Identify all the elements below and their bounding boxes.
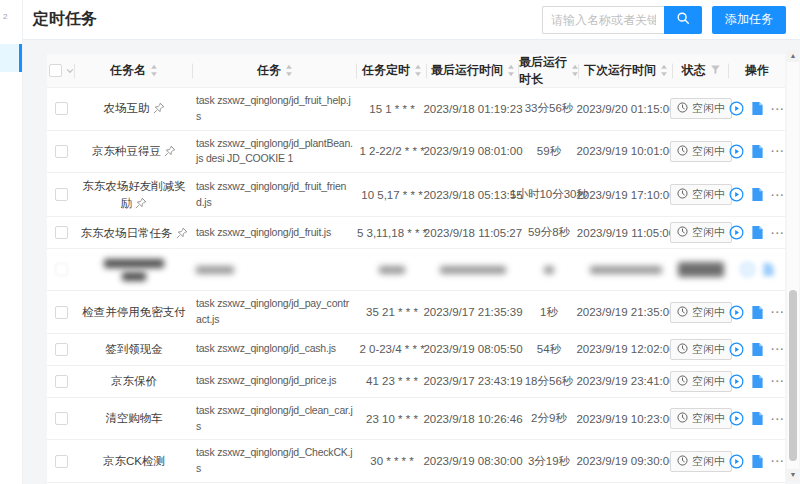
row-checkbox[interactable]	[55, 102, 68, 115]
view-log-button[interactable]	[751, 342, 764, 357]
status-label: 空闲中	[692, 305, 725, 320]
view-log-button[interactable]	[751, 101, 764, 116]
table-row: 检查并停用免密支付 task zsxwz_qinglong/jd_pay_con…	[47, 291, 785, 334]
next-run-time: 2023/9/19 12:02:00	[576, 343, 675, 355]
last-run-duration: 59秒	[537, 144, 561, 159]
sidebar-item-cron-selected[interactable]	[0, 44, 22, 72]
run-task-button[interactable]	[729, 101, 744, 116]
select-all-checkbox[interactable]	[49, 64, 62, 77]
search-button[interactable]	[664, 6, 702, 34]
task-command: task zsxwz_qinglong/jd_price.js	[196, 373, 336, 389]
clock-icon	[677, 455, 688, 468]
more-actions-button[interactable]: ···	[771, 455, 785, 467]
run-task-button[interactable]	[729, 187, 744, 202]
status-label: 空闲中	[692, 374, 725, 389]
more-actions-button[interactable]: ···	[771, 343, 785, 355]
row-checkbox[interactable]	[55, 455, 68, 468]
column-header-schedule[interactable]: 任务定时	[357, 54, 427, 87]
search-box	[542, 6, 702, 34]
last-run-duration: 2分9秒	[531, 411, 567, 426]
run-task-button[interactable]	[729, 225, 744, 240]
run-task-button[interactable]	[740, 262, 755, 277]
task-cron-schedule: 2 0-23/4 * * *	[359, 343, 424, 355]
table-body: 农场互助 task zsxwz_qinglong/jd_fruit_help.j…	[47, 88, 785, 484]
more-actions-button[interactable]: ···	[771, 145, 785, 157]
task-name: 京东保价	[111, 375, 157, 387]
run-task-button[interactable]	[729, 305, 744, 320]
more-actions-button[interactable]: ···	[771, 306, 785, 318]
column-header-next-run-time[interactable]: 下次运行时间	[579, 54, 673, 87]
scrollbar-thumb[interactable]	[789, 290, 797, 461]
view-log-button[interactable]	[751, 411, 764, 426]
more-actions-button[interactable]: ···	[771, 413, 785, 425]
column-header-status[interactable]: 状态	[673, 54, 729, 87]
task-command: task zsxwz_qinglong/jd_cash.js	[196, 341, 336, 357]
task-cron-schedule: 35 21 * * *	[366, 306, 418, 318]
last-run-time: 2023/9/18 11:05:27	[424, 227, 522, 239]
row-checkbox[interactable]	[55, 226, 68, 239]
row-checkbox[interactable]	[55, 145, 68, 158]
sort-icon[interactable]	[571, 64, 579, 77]
clock-icon	[677, 343, 688, 356]
task-cron-schedule: 30 * * * *	[370, 455, 413, 467]
next-run-time: 2023/9/19 09:30:00	[576, 455, 675, 467]
view-log-button[interactable]	[751, 454, 764, 469]
sort-icon[interactable]	[660, 64, 668, 77]
clock-icon	[677, 188, 688, 201]
task-name: 京东种豆得豆	[92, 145, 161, 157]
sort-icon[interactable]	[150, 64, 158, 77]
row-checkbox[interactable]	[55, 306, 68, 319]
task-cron-schedule: 23 10 * * *	[366, 413, 418, 425]
row-checkbox[interactable]	[55, 343, 68, 356]
status-label: 空闲中	[692, 225, 725, 240]
sidebar: 2	[0, 0, 23, 484]
sort-icon[interactable]	[285, 64, 293, 77]
column-header-task[interactable]: 任务	[193, 54, 357, 87]
more-actions-button[interactable]: ···	[771, 227, 785, 239]
view-log-button[interactable]	[762, 262, 775, 277]
run-task-button[interactable]	[729, 342, 744, 357]
run-task-button[interactable]	[729, 411, 744, 426]
view-log-button[interactable]	[751, 187, 764, 202]
row-checkbox[interactable]	[55, 263, 68, 276]
scroll-up-button[interactable]: ▲	[787, 50, 799, 62]
run-task-button[interactable]	[729, 374, 744, 389]
add-task-button[interactable]: 添加任务	[712, 6, 786, 34]
search-input[interactable]	[542, 6, 664, 34]
task-name: 东东农场好友削减奖励	[82, 180, 186, 209]
table-row: 清空购物车 task zsxwz_qinglong/jd_clean_car.j…	[47, 398, 785, 441]
select-all-dropdown-icon[interactable]	[66, 64, 74, 78]
scroll-down-button[interactable]: ▼	[787, 469, 799, 481]
column-header-last-run-duration[interactable]: 最后运行时长	[519, 54, 579, 87]
sort-icon[interactable]	[507, 64, 515, 77]
column-header-last-run-time[interactable]: 最后运行时间	[427, 54, 519, 87]
row-checkbox[interactable]	[55, 375, 68, 388]
run-task-button[interactable]	[729, 144, 744, 159]
last-run-time: 2023/9/19 08:30:00	[423, 455, 522, 467]
last-run-time: 2023/9/19 08:01:00	[423, 145, 522, 157]
run-task-button[interactable]	[729, 454, 744, 469]
header-select-all	[47, 54, 75, 87]
more-actions-button[interactable]: ···	[771, 189, 785, 201]
filter-icon[interactable]	[710, 64, 721, 78]
last-run-time: 2023/9/19 08:05:50	[423, 343, 522, 355]
main-area: 定时任务 添加任务	[23, 0, 800, 484]
task-cron-schedule: 5 3,11,18 * * *	[357, 227, 427, 239]
view-log-button[interactable]	[751, 305, 764, 320]
row-checkbox[interactable]	[55, 412, 68, 425]
more-actions-button[interactable]: ···	[771, 375, 785, 387]
view-log-button[interactable]	[751, 225, 764, 240]
view-log-button[interactable]	[751, 144, 764, 159]
clock-icon	[677, 226, 688, 239]
column-header-task-name[interactable]: 任务名	[75, 54, 193, 87]
clock-icon	[677, 145, 688, 158]
table-row: 农场互助 task zsxwz_qinglong/jd_fruit_help.j…	[47, 88, 785, 131]
scrollbar-track[interactable]: ▲ ▼	[787, 50, 799, 481]
task-cron-schedule: 1 2-22/2 * * *	[359, 145, 424, 157]
more-actions-button[interactable]: ···	[771, 103, 785, 115]
page-title: 定时任务	[33, 9, 97, 30]
sort-icon[interactable]	[414, 64, 422, 77]
view-log-button[interactable]	[751, 374, 764, 389]
clock-icon	[677, 306, 688, 319]
row-checkbox[interactable]	[55, 188, 68, 201]
